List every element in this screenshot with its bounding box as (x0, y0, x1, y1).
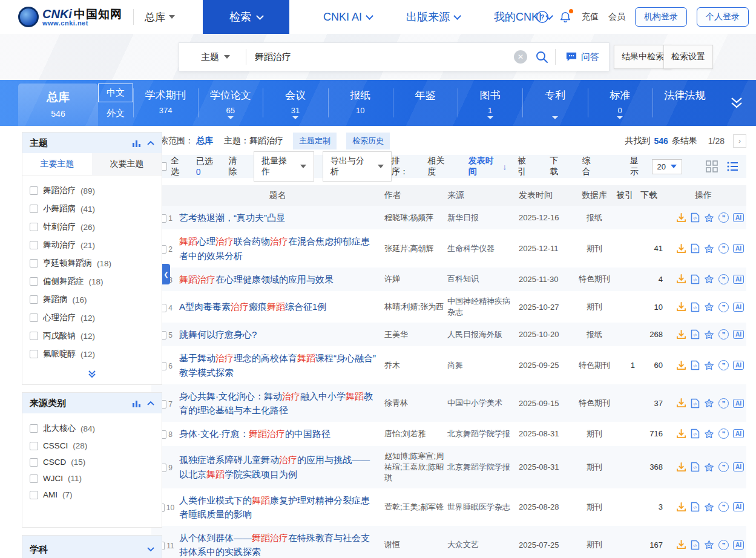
list-view-icon[interactable] (726, 160, 739, 173)
bar-chart-icon[interactable] (132, 139, 141, 147)
subject-panel[interactable]: 学科 (22, 535, 162, 558)
source-filter-item[interactable]: AMI(7) (30, 487, 154, 503)
checkbox[interactable] (30, 205, 38, 213)
download-icon[interactable] (676, 462, 686, 472)
export-analyze-dropdown[interactable]: 导出与分析 (323, 151, 392, 182)
result-source-link[interactable]: 北京舞蹈学院学报 (447, 462, 519, 473)
download-icon[interactable] (676, 302, 686, 312)
result-source-link[interactable]: 尚舞 (447, 360, 519, 371)
result-source-link[interactable]: 世界睡眠医学杂志 (447, 502, 519, 513)
ai-assistant-icon[interactable]: AI (733, 462, 744, 471)
ai-assistant-icon[interactable]: AI (733, 502, 744, 511)
result-cited-count[interactable]: 1 (614, 361, 635, 370)
collapse-chevron-up-icon[interactable] (147, 401, 154, 405)
result-authors[interactable]: 乔木 (384, 360, 447, 371)
clear-search-icon[interactable]: ✕ (514, 50, 527, 64)
result-source-link[interactable]: 北京舞蹈学院学报 (447, 428, 519, 439)
checkbox[interactable] (30, 186, 38, 195)
tab-foreign[interactable]: 外文 (98, 102, 133, 125)
expand-more-topics-button[interactable] (22, 367, 162, 384)
notification-bell-icon[interactable] (559, 10, 572, 24)
result-title-link[interactable]: 身体·文化·疗愈：舞蹈治疗的中国路径 (179, 427, 384, 441)
checkbox[interactable] (30, 491, 38, 499)
result-title-link[interactable]: 跳舞何以疗愈身心? (179, 327, 384, 341)
checkbox[interactable] (30, 313, 38, 322)
result-authors[interactable]: 谢恒 (384, 539, 447, 550)
org-login-button[interactable]: 机构登录 (635, 7, 687, 27)
result-source-link[interactable]: 新华日报 (447, 212, 519, 223)
cite-icon[interactable]: ❞ (718, 398, 729, 409)
source-filter-item[interactable]: CSSCI(28) (30, 438, 154, 454)
more-databases-button[interactable] (717, 80, 756, 126)
qa-button[interactable]: 问答 (556, 51, 609, 63)
db-category[interactable]: 年鉴 (393, 80, 458, 126)
result-title-link[interactable]: 艺考热退潮，“真功夫”凸显 (179, 211, 384, 225)
topic-filter-item[interactable]: 丙戊酸钠(12) (30, 327, 154, 345)
db-category[interactable]: 标准 0 (588, 80, 652, 126)
search-settings-button[interactable]: 检索设置 (663, 45, 713, 69)
sort-option[interactable]: 被引↓ (518, 156, 539, 177)
result-source-link[interactable]: 生命科学仪器 (447, 243, 519, 254)
tab-chinese[interactable]: 中文 (98, 84, 133, 102)
search-history-button[interactable]: 检索历史 (346, 133, 390, 149)
html-read-icon[interactable]: ‹/› (691, 243, 700, 254)
result-authors[interactable]: 林晴;利婧;张为西 (384, 301, 447, 312)
db-category[interactable]: 会议 31 (263, 80, 327, 126)
sort-option[interactable]: 相关度↓ (427, 156, 457, 177)
recharge-link[interactable]: 充值 (582, 11, 599, 22)
topic-filter-item[interactable]: 心理治疗(12) (30, 309, 154, 327)
checkbox[interactable] (30, 442, 38, 450)
tab-publications[interactable]: 出版来源 (406, 10, 460, 24)
result-authors[interactable]: 赵知博;陈寒宣;周祐瑄;王嘉欣;陈昭琪 (384, 451, 447, 484)
result-source-link[interactable]: 中国神经精神疾病杂志 (447, 296, 519, 318)
favorite-star-icon[interactable] (704, 540, 714, 550)
topic-filter-item[interactable]: 舞蹈病(16) (30, 290, 154, 309)
tab-minor-topics[interactable]: 次要主题 (92, 153, 162, 175)
sort-option[interactable]: 下载↓ (550, 156, 571, 177)
cite-icon[interactable]: ❞ (718, 462, 729, 472)
checkbox[interactable] (30, 424, 38, 433)
topic-customize-button[interactable]: 主题定制 (293, 133, 337, 149)
html-read-icon[interactable]: ‹/› (691, 329, 700, 340)
download-icon[interactable] (676, 429, 686, 439)
checkbox[interactable] (30, 350, 38, 358)
html-read-icon[interactable]: ‹/› (691, 274, 700, 284)
bar-chart-icon[interactable] (132, 399, 141, 407)
cite-icon[interactable]: ❞ (718, 502, 729, 512)
member-link[interactable]: 会员 (608, 11, 625, 22)
ai-assistant-icon[interactable]: AI (733, 540, 744, 550)
result-authors[interactable]: 程晓琳;杨频萍 (384, 212, 447, 223)
html-read-icon[interactable]: ‹/› (691, 302, 700, 312)
html-read-icon[interactable]: ‹/› (691, 502, 700, 512)
html-read-icon[interactable]: ‹/› (691, 462, 700, 472)
favorite-star-icon[interactable] (704, 462, 714, 472)
download-icon[interactable] (676, 330, 686, 340)
html-read-icon[interactable]: ‹/› (691, 212, 700, 223)
cite-icon[interactable]: ❞ (718, 243, 729, 254)
result-title-link[interactable]: 身心共舞·文化润心：舞动治疗融入中小学舞蹈教育的理论基础与本土化路径 (179, 389, 384, 418)
ai-assistant-icon[interactable]: AI (733, 244, 744, 253)
ai-assistant-icon[interactable]: AI (733, 429, 744, 438)
checkbox[interactable] (30, 241, 38, 249)
batch-actions-dropdown[interactable]: 批量操作 (254, 151, 314, 182)
result-authors[interactable]: 唐怡;刘若雅 (384, 428, 447, 439)
sidebar-collapse-handle[interactable]: ❮ (162, 264, 170, 284)
scope-value[interactable]: 总库 (196, 136, 213, 146)
topic-filter-item[interactable]: 亨廷顿舞蹈病(18) (30, 254, 154, 272)
tab-total-library[interactable]: 总库 546 (18, 84, 98, 126)
result-authors[interactable]: 张延芹;高朝辉 (384, 243, 447, 254)
topic-filter-item[interactable]: 偏侧舞蹈症(18) (30, 272, 154, 290)
favorite-star-icon[interactable] (704, 502, 714, 512)
topic-filter-item[interactable]: 舞蹈治疗(89) (30, 182, 154, 200)
download-icon[interactable] (676, 244, 686, 254)
db-category[interactable]: 学位论文 65 (198, 80, 263, 126)
next-page-button[interactable]: › (733, 134, 746, 148)
search-field-select[interactable]: 主题 (179, 51, 246, 63)
collapse-chevron-up-icon[interactable] (147, 140, 154, 145)
clear-selection-button[interactable]: 清除 (228, 156, 245, 177)
cite-icon[interactable]: ❞ (718, 302, 729, 312)
result-title-link[interactable]: 基于舞动治疗理念的高校体育舞蹈课程“身心融合”教学模式探索 (179, 351, 384, 379)
favorite-star-icon[interactable] (704, 274, 714, 284)
tab-cnki-ai[interactable]: CNKI AI (323, 11, 372, 24)
download-icon[interactable] (676, 361, 686, 370)
